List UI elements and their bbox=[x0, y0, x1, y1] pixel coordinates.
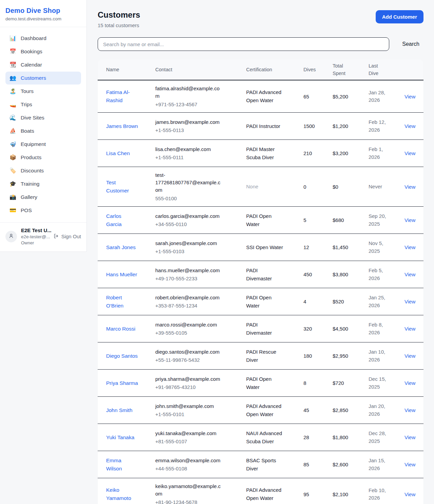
sidebar-item-label: Training bbox=[21, 181, 39, 187]
view-customer-link[interactable]: View bbox=[405, 184, 415, 190]
sidebar-item-label: Gallery bbox=[21, 194, 37, 200]
customer-certification: SSI Open Water bbox=[246, 243, 288, 251]
customer-dives: 4 bbox=[303, 299, 333, 304]
view-customer-link[interactable]: View bbox=[405, 150, 415, 156]
sidebar-item-dive-sites[interactable]: 🌊 Dive Sites bbox=[5, 111, 81, 124]
customer-name-link[interactable]: Hans Mueller bbox=[106, 270, 137, 279]
customer-phone: +1-555-0113 bbox=[155, 127, 221, 134]
sidebar-item-dashboard[interactable]: 📊 Dashboard bbox=[5, 32, 81, 45]
sidebar-item-products[interactable]: 📦 Products bbox=[5, 151, 81, 164]
view-customer-link[interactable]: View bbox=[405, 299, 415, 304]
customer-phone: +81-555-0107 bbox=[155, 438, 221, 445]
sidebar-item-bookings[interactable]: 📅 Bookings bbox=[5, 45, 81, 58]
customer-dives: 28 bbox=[303, 434, 333, 440]
view-customer-link[interactable]: View bbox=[405, 123, 415, 129]
customer-phone: +1-555-0111 bbox=[155, 154, 221, 161]
add-customer-button[interactable]: Add Customer bbox=[376, 10, 423, 23]
customer-email: test-1772681807767@example.com bbox=[155, 171, 221, 193]
customer-name-link[interactable]: James Brown bbox=[106, 122, 138, 130]
sidebar-item-tours[interactable]: 🏝️ Tours bbox=[5, 85, 81, 98]
customer-name-link[interactable]: Emma Wilson bbox=[106, 456, 138, 473]
sidebar-item-training[interactable]: 🎓 Training bbox=[5, 178, 81, 190]
customer-name-link[interactable]: Marco Rossi bbox=[106, 325, 135, 333]
view-customer-link[interactable]: View bbox=[405, 491, 415, 497]
customer-name-link[interactable]: Test Customer bbox=[106, 179, 138, 195]
customer-last-dive: Feb 8, 2026 bbox=[369, 321, 394, 336]
view-customer-link[interactable]: View bbox=[405, 462, 415, 467]
sidebar-item-label: Calendar bbox=[21, 62, 42, 68]
customer-last-dive: Never bbox=[369, 183, 394, 191]
column-header: Certification bbox=[246, 66, 303, 73]
gallery-icon: 📸 bbox=[9, 194, 16, 200]
search-row: Search bbox=[98, 37, 423, 51]
sidebar-item-pos[interactable]: 💳 POS bbox=[5, 204, 81, 217]
view-customer-link[interactable]: View bbox=[405, 434, 415, 440]
customer-last-dive: Dec 28, 2025 bbox=[369, 430, 394, 445]
customer-certification: None bbox=[246, 183, 288, 191]
customer-certification: PADI Open Water bbox=[246, 212, 288, 228]
customer-total-spent: $520 bbox=[333, 299, 369, 304]
customer-name-link[interactable]: Robert O'Brien bbox=[106, 294, 138, 310]
customer-name-link[interactable]: Fatima Al-Rashid bbox=[106, 88, 138, 105]
shop-domain: demo.test.divestreams.com bbox=[5, 16, 81, 21]
view-customer-link[interactable]: View bbox=[405, 244, 415, 250]
search-input[interactable] bbox=[98, 37, 389, 51]
sidebar-item-label: Discounts bbox=[21, 168, 44, 174]
view-customer-link[interactable]: View bbox=[405, 353, 415, 359]
customer-last-dive: Nov 5, 2025 bbox=[369, 240, 394, 255]
customer-certification: PADI Master Scuba Diver bbox=[246, 145, 288, 162]
discounts-icon: 🏷️ bbox=[9, 168, 16, 173]
customer-dives: 85 bbox=[303, 462, 333, 467]
customer-email: emma.wilson@example.com bbox=[155, 457, 221, 464]
customer-phone: +81-90-1234-5678 bbox=[155, 499, 221, 504]
customer-dives: 8 bbox=[303, 380, 333, 386]
table-row: Robert O'Brien robert.obrien@example.com… bbox=[98, 288, 423, 315]
sidebar-item-discounts[interactable]: 🏷️ Discounts bbox=[5, 164, 81, 177]
customer-name-link[interactable]: Yuki Tanaka bbox=[106, 433, 134, 442]
sidebar-item-gallery[interactable]: 📸 Gallery bbox=[5, 191, 81, 204]
customer-name-link[interactable]: Keiko Yamamoto bbox=[106, 486, 138, 502]
customer-name-link[interactable]: Carlos Garcia bbox=[106, 212, 138, 228]
customer-dives: 210 bbox=[303, 150, 333, 156]
page-header-text: Customers 15 total customers bbox=[98, 10, 140, 28]
customer-phone: +39-555-0105 bbox=[155, 329, 221, 337]
customer-name-link[interactable]: Diego Santos bbox=[106, 352, 138, 360]
view-customer-link[interactable]: View bbox=[405, 407, 415, 413]
customers-icon: 👥 bbox=[9, 75, 16, 81]
view-customer-link[interactable]: View bbox=[405, 94, 415, 99]
customer-last-dive: Feb 5, 2026 bbox=[369, 267, 394, 282]
customer-email: james.brown@example.com bbox=[155, 118, 221, 126]
table-row: Diego Santos diego.santos@example.com +5… bbox=[98, 342, 423, 370]
customer-email: sarah.jones@example.com bbox=[155, 240, 221, 247]
customer-phone: +353-87-555-1234 bbox=[155, 302, 221, 310]
customer-last-dive: Jan 25, 2026 bbox=[369, 294, 394, 309]
customer-certification: BSAC Sports Diver bbox=[246, 456, 288, 473]
sidebar-item-label: Dive Sites bbox=[21, 115, 44, 121]
customer-email: yuki.tanaka@example.com bbox=[155, 430, 221, 437]
customer-name-link[interactable]: Sarah Jones bbox=[106, 243, 136, 251]
sidebar-item-customers[interactable]: 👥 Customers bbox=[5, 72, 81, 85]
sidebar-item-equipment[interactable]: 🤿 Equipment bbox=[5, 138, 81, 151]
customer-total-spent: $2,100 bbox=[333, 491, 369, 497]
page-title: Customers bbox=[98, 10, 140, 20]
sidebar-item-trips[interactable]: 🚤 Trips bbox=[5, 98, 81, 111]
view-customer-link[interactable]: View bbox=[405, 326, 415, 332]
sidebar-item-boats[interactable]: ⛵ Boats bbox=[5, 125, 81, 137]
column-header: Name bbox=[106, 66, 155, 73]
customer-certification: PADI Rescue Diver bbox=[246, 348, 288, 364]
customer-name-link[interactable]: Lisa Chen bbox=[106, 149, 130, 157]
view-customer-link[interactable]: View bbox=[405, 272, 415, 277]
table-row: Yuki Tanaka yuki.tanaka@example.com +81-… bbox=[98, 424, 423, 451]
view-customer-link[interactable]: View bbox=[405, 380, 415, 386]
sidebar-item-calendar[interactable]: 📆 Calendar bbox=[5, 58, 81, 71]
customer-name-link[interactable]: John Smith bbox=[106, 406, 133, 414]
customer-name-link[interactable]: Priya Sharma bbox=[106, 379, 138, 387]
table-row: Marco Rossi marco.rossi@example.com +39-… bbox=[98, 315, 423, 342]
customer-last-dive: Jan 15, 2026 bbox=[369, 457, 394, 472]
view-customer-link[interactable]: View bbox=[405, 217, 415, 223]
customer-email: priya.sharma@example.com bbox=[155, 375, 221, 383]
sign-out-button[interactable]: Sign Out bbox=[53, 233, 81, 240]
search-button[interactable]: Search bbox=[398, 39, 423, 49]
customer-email: hans.mueller@example.com bbox=[155, 267, 221, 274]
customer-dives: 45 bbox=[303, 407, 333, 413]
